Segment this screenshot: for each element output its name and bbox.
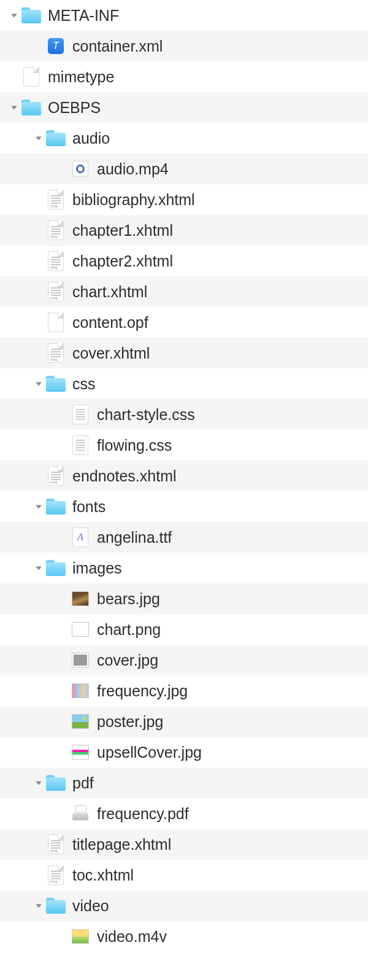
- bibliography-file[interactable]: HTMLbibliography.xhtml: [0, 184, 368, 215]
- video-folder[interactable]: video: [0, 890, 368, 921]
- file-name-label: content.opf: [72, 314, 148, 332]
- xhtml-file-icon: HTML: [45, 281, 66, 302]
- folder-icon: [45, 128, 66, 149]
- file-name-label: fonts: [72, 498, 105, 516]
- image-thumbnail-icon: [70, 680, 91, 701]
- chapter1-file[interactable]: HTMLchapter1.xhtml: [0, 215, 368, 246]
- flowing-css-file[interactable]: flowing.css: [0, 430, 368, 461]
- xhtml-file-icon: HTML: [45, 220, 66, 241]
- file-name-label: video.m4v: [97, 928, 167, 946]
- video-m4v-file[interactable]: video.m4v: [0, 921, 368, 952]
- file-name-label: OEBPS: [48, 99, 101, 117]
- image-thumbnail-icon: [70, 650, 91, 671]
- quicktime-icon: [70, 158, 91, 179]
- cover-jpg-file[interactable]: cover.jpg: [0, 645, 368, 675]
- file-name-label: chart.xhtml: [72, 283, 147, 301]
- file-name-label: poster.jpg: [97, 713, 163, 731]
- xhtml-file-icon: HTML: [45, 189, 66, 210]
- container-xml-file[interactable]: Tcontainer.xml: [0, 31, 368, 61]
- endnotes-file[interactable]: HTMLendnotes.xhtml: [0, 461, 368, 491]
- file-name-label: flowing.css: [97, 437, 172, 454]
- frequency-pdf-file[interactable]: frequency.pdf: [0, 798, 368, 829]
- file-icon: [45, 312, 66, 333]
- file-name-label: audio.mp4: [97, 160, 169, 178]
- file-name-label: chart-style.css: [97, 406, 195, 424]
- file-icon: [21, 66, 42, 87]
- disclosure-arrow-icon[interactable]: [32, 564, 45, 572]
- disclosure-arrow-icon[interactable]: [32, 503, 45, 510]
- file-name-label: video: [72, 897, 109, 915]
- file-name-label: angelina.ttf: [97, 529, 172, 546]
- disclosure-arrow-icon[interactable]: [32, 902, 45, 909]
- file-name-label: toc.xhtml: [72, 866, 134, 884]
- chapter2-file[interactable]: HTMLchapter2.xhtml: [0, 246, 368, 276]
- file-name-label: css: [72, 375, 96, 393]
- content-opf-file[interactable]: content.opf: [0, 307, 368, 338]
- text-file-icon: [70, 435, 91, 456]
- file-name-label: endnotes.xhtml: [72, 467, 177, 485]
- disclosure-arrow-icon[interactable]: [32, 380, 45, 387]
- file-name-label: container.xml: [72, 37, 163, 55]
- meta-inf-folder[interactable]: META-INF: [0, 0, 368, 31]
- file-name-label: bears.jpg: [97, 590, 160, 608]
- file-name-label: cover.xhtml: [72, 344, 150, 362]
- bears-jpg-file[interactable]: bears.jpg: [0, 583, 368, 614]
- image-thumbnail-icon: [70, 588, 91, 609]
- image-thumbnail-icon: [70, 742, 91, 763]
- file-name-label: chapter1.xhtml: [72, 222, 173, 239]
- file-name-label: bibliography.xhtml: [72, 191, 195, 209]
- xhtml-file-icon: HTML: [45, 343, 66, 364]
- file-name-label: META-INF: [48, 7, 119, 25]
- fonts-folder[interactable]: fonts: [0, 491, 368, 522]
- chart-png-file[interactable]: chart.png: [0, 614, 368, 645]
- folder-icon: [21, 5, 42, 26]
- toc-file[interactable]: HTMLtoc.xhtml: [0, 860, 368, 890]
- image-thumbnail-icon: [70, 926, 91, 947]
- css-folder[interactable]: css: [0, 368, 368, 399]
- text-file-icon: [70, 404, 91, 425]
- folder-icon: [45, 772, 66, 793]
- file-name-label: audio: [72, 130, 110, 147]
- file-name-label: chart.png: [97, 621, 161, 639]
- xhtml-file-icon: HTML: [45, 465, 66, 486]
- folder-icon: [21, 97, 42, 118]
- xhtml-file-icon: HTML: [45, 865, 66, 885]
- file-name-label: titlepage.xhtml: [72, 836, 171, 854]
- upsellcover-jpg-file[interactable]: upsellCover.jpg: [0, 737, 368, 768]
- file-name-label: pdf: [72, 774, 94, 792]
- file-name-label: chapter2.xhtml: [72, 252, 173, 270]
- disclosure-arrow-icon[interactable]: [7, 104, 21, 111]
- images-folder[interactable]: images: [0, 553, 368, 583]
- file-name-label: frequency.pdf: [97, 805, 189, 823]
- oebps-folder[interactable]: OEBPS: [0, 92, 368, 123]
- pdf-file-icon: [70, 803, 91, 824]
- angelina-ttf-file[interactable]: Aangelina.ttf: [0, 522, 368, 553]
- disclosure-arrow-icon[interactable]: [32, 779, 45, 787]
- audio-mp4-file[interactable]: audio.mp4: [0, 154, 368, 184]
- pdf-folder[interactable]: pdf: [0, 768, 368, 798]
- chart-xhtml-file[interactable]: HTMLchart.xhtml: [0, 276, 368, 307]
- titlepage-file[interactable]: HTMLtitlepage.xhtml: [0, 829, 368, 860]
- chart-style-css-file[interactable]: chart-style.css: [0, 399, 368, 430]
- folder-icon: [45, 895, 66, 916]
- mimetype-file[interactable]: mimetype: [0, 61, 368, 92]
- frequency-jpg-file[interactable]: frequency.jpg: [0, 675, 368, 706]
- font-file-icon: A: [70, 527, 91, 548]
- file-name-label: cover.jpg: [97, 651, 158, 669]
- file-name-label: frequency.jpg: [97, 682, 188, 700]
- file-name-label: images: [72, 559, 122, 577]
- xhtml-file-icon: HTML: [45, 834, 66, 855]
- file-name-label: upsellCover.jpg: [97, 744, 202, 761]
- cover-xhtml-file[interactable]: HTMLcover.xhtml: [0, 338, 368, 368]
- poster-jpg-file[interactable]: poster.jpg: [0, 706, 368, 737]
- folder-icon: [45, 373, 66, 394]
- audio-folder[interactable]: audio: [0, 123, 368, 154]
- file-tree: META-INFTcontainer.xmlmimetypeOEBPSaudio…: [0, 0, 368, 952]
- file-name-label: mimetype: [48, 68, 114, 86]
- disclosure-arrow-icon[interactable]: [7, 12, 21, 19]
- image-thumbnail-icon: [70, 711, 91, 732]
- image-thumbnail-icon: [70, 619, 91, 640]
- xml-file-icon: T: [45, 36, 66, 56]
- folder-icon: [45, 496, 66, 517]
- disclosure-arrow-icon[interactable]: [32, 134, 45, 142]
